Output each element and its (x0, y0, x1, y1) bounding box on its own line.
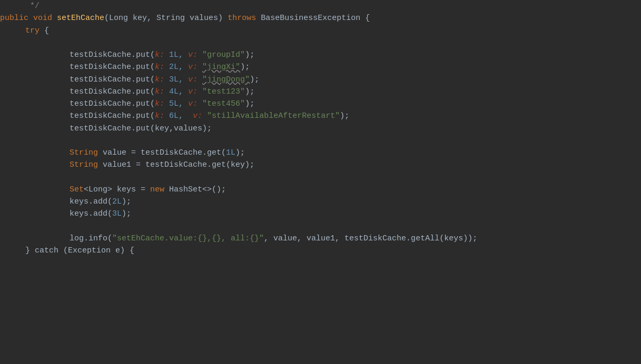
code-token: .put(key,values); (131, 123, 212, 135)
code-token: v: (183, 74, 198, 86)
code-token: ); (250, 74, 259, 86)
code-token: 1L, (164, 49, 183, 61)
code-token: 1L (226, 147, 235, 159)
code-token: "test123" (202, 86, 245, 98)
code-token: throws (228, 12, 261, 24)
code-line: testDiskCache.put(k: 4L, v: "test123"); (0, 86, 641, 98)
code-token: ); (240, 61, 250, 73)
code-token: 4L, (164, 86, 183, 98)
code-line (0, 220, 641, 232)
code-token: String (70, 159, 98, 171)
code-token: try (25, 25, 44, 37)
code-token: */ (25, 0, 40, 12)
code-token (198, 61, 202, 73)
code-token: } catch (Exception e) { (25, 245, 134, 257)
code-token: k: (155, 74, 164, 86)
code-token: v: (183, 61, 198, 73)
code-line: keys.add(2L); (0, 196, 641, 208)
code-token: keys.add( (70, 196, 112, 208)
code-token (198, 86, 202, 98)
code-token: 5L, (164, 98, 183, 110)
code-token: ); (122, 208, 131, 220)
code-token: v: (183, 98, 198, 110)
code-token: value = (98, 147, 141, 159)
code-token: String (156, 12, 185, 24)
code-line: testDiskCache.put(k: 3L, v: "jingDong"); (0, 74, 641, 86)
code-token: .put( (131, 74, 155, 86)
code-line (0, 171, 641, 184)
code-token (198, 98, 202, 110)
code-token: 6L, (164, 110, 183, 122)
code-token: v: (183, 86, 198, 98)
code-token: .put( (131, 110, 155, 122)
code-token: .put( (131, 61, 155, 73)
code-token: log (70, 232, 84, 245)
code-line: testDiskCache.put(key,values); (0, 123, 641, 135)
code-token: 2L (112, 196, 122, 208)
code-token (202, 110, 207, 122)
code-token: .info( (84, 232, 112, 245)
code-token: testDiskCache (70, 110, 131, 122)
code-token: new (150, 184, 169, 196)
code-line: public void setEhCache(Long key, String … (0, 12, 641, 24)
code-token: { (44, 25, 49, 37)
code-token: Set (70, 184, 84, 196)
code-line: String value = testDiskCache.get(1L); (0, 147, 641, 159)
code-token: .put( (131, 98, 155, 110)
code-token: k: (155, 61, 164, 73)
code-token: v: (183, 49, 198, 61)
code-token: 3L, (164, 74, 183, 86)
code-line: testDiskCache.put(k: 5L, v: "test456"); (0, 98, 641, 110)
code-token: ; (221, 184, 226, 196)
code-line: */ (0, 0, 641, 12)
code-token: key, (128, 12, 156, 24)
code-token: .put( (131, 86, 155, 98)
code-line: String value1 = testDiskCache.get(key); (0, 159, 641, 171)
code-line: } catch (Exception e) { (0, 245, 641, 257)
code-token: .get(key); (207, 159, 254, 171)
code-token: testDiskCache (70, 61, 131, 73)
code-token: testDiskCache (70, 49, 131, 61)
code-token: , value, value1, testDiskCache.getAll(ke… (264, 232, 477, 245)
code-line: testDiskCache.put(k: 1L, v: "groupId"); (0, 49, 641, 61)
code-token: k: (155, 49, 164, 61)
code-token: testDiskCache (70, 98, 131, 110)
code-token: "groupId" (202, 49, 245, 61)
code-token: keys.add( (70, 208, 112, 220)
code-line (0, 135, 641, 147)
code-token: k: (155, 110, 164, 122)
code-token: .get( (202, 147, 226, 159)
code-token: ); (245, 86, 254, 98)
code-token: ); (340, 110, 349, 122)
code-token: Long (109, 12, 128, 24)
code-token: value1 = (98, 159, 145, 171)
code-line: testDiskCache.put(k: 6L, v: "stillAvaila… (0, 110, 641, 122)
code-token: void (33, 12, 57, 24)
code-token: testDiskCache (70, 86, 131, 98)
code-token: 3L (112, 208, 122, 220)
code-token: testDiskCache (70, 74, 131, 86)
code-token: ( (104, 12, 109, 24)
code-line: Set<Long> keys = new HashSet<>(); (0, 184, 641, 196)
code-line (0, 37, 641, 49)
code-token: keys = (112, 184, 150, 196)
code-token: 2L, (164, 61, 183, 73)
code-token: "test456" (202, 98, 245, 110)
code-line: try { (0, 25, 641, 37)
code-token (198, 49, 202, 61)
code-token (198, 74, 202, 86)
code-token: k: (155, 86, 164, 98)
code-token: .put( (131, 49, 155, 61)
code-token: values) (185, 12, 228, 24)
code-token: testDiskCache (141, 147, 202, 159)
code-token: String (70, 147, 98, 159)
code-token: testDiskCache (145, 159, 207, 171)
code-token: k: (155, 98, 164, 110)
code-token: "jingXi" (202, 61, 240, 73)
code-token: v: (183, 110, 202, 122)
code-token: public (0, 12, 33, 24)
code-token: "stillAvailableAfterRestart" (207, 110, 340, 122)
code-token: { (360, 12, 370, 24)
code-token: "setEhCache.value:{},{}, all:{}" (112, 232, 264, 245)
code-token: ); (235, 147, 245, 159)
